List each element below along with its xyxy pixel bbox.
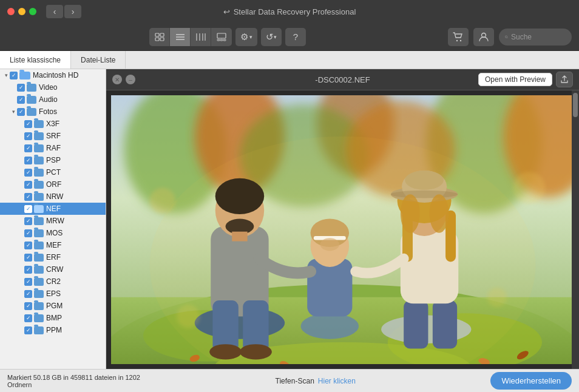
sidebar-item-cr2[interactable]: CR2	[0, 275, 106, 288]
sidebar-item-fotos[interactable]: ▾ Fotos	[0, 106, 106, 118]
checkbox-bmp[interactable]	[24, 314, 32, 322]
sidebar-item-mef[interactable]: MEF	[0, 239, 106, 251]
sidebar-item-pgm[interactable]: PGM	[0, 300, 106, 312]
minimize-button[interactable]	[18, 8, 25, 15]
checkbox-video[interactable]	[17, 84, 25, 92]
checkbox-mef[interactable]	[24, 242, 32, 249]
checkbox-psp[interactable]	[24, 157, 32, 164]
checkbox-macintosh-hd[interactable]	[10, 72, 18, 79]
sidebar-item-mrw[interactable]: MRW	[0, 215, 106, 227]
checkbox-orf[interactable]	[24, 181, 32, 189]
checkbox-srf[interactable]	[24, 132, 32, 140]
toolbar-center: ⚙ ▾ ↺ ▾ ?	[149, 28, 306, 46]
preview-close-button[interactable]: ✕	[112, 75, 122, 84]
checkbox-ppm[interactable]	[24, 326, 32, 334]
view-columns-button[interactable]	[191, 28, 211, 46]
status-text-line2: Ordnern	[7, 381, 140, 388]
search-box[interactable]	[499, 29, 572, 46]
view-grid-button[interactable]	[149, 28, 170, 46]
svg-line-19	[507, 38, 508, 38]
restore-history-button[interactable]: ↺ ▾	[261, 28, 282, 46]
sidebar-item-mos[interactable]: MOS	[0, 227, 106, 239]
svg-rect-11	[217, 33, 226, 38]
sidebar-item-srf[interactable]: SRF	[0, 130, 106, 142]
checkbox-erf[interactable]	[24, 254, 32, 262]
gear-icon: ⚙	[240, 32, 248, 42]
checkbox-cr2[interactable]	[24, 278, 32, 286]
folder-icon	[34, 193, 44, 201]
sidebar-item-pct[interactable]: PCT	[0, 166, 106, 178]
sidebar-item-bmp[interactable]: BMP	[0, 312, 106, 324]
folder-icon	[34, 326, 44, 334]
tab-file-list[interactable]: Datei-Liste	[71, 51, 126, 69]
tab-classic[interactable]: Liste klassische	[0, 51, 71, 69]
sidebar: ▾ Macintosh HD Video Audio ▾ Fotos	[0, 69, 106, 369]
checkbox-pct[interactable]	[24, 169, 32, 177]
checkbox-mrw[interactable]	[24, 217, 32, 225]
checkbox-pgm[interactable]	[24, 302, 32, 310]
close-button[interactable]	[7, 8, 15, 15]
search-icon	[505, 33, 508, 41]
folder-icon	[34, 278, 44, 286]
recover-button[interactable]: Wiederherstellen	[490, 372, 572, 390]
checkbox-nrw[interactable]	[24, 193, 32, 201]
scrollbar-thumb[interactable]	[573, 93, 578, 117]
preview-minimize-button[interactable]: –	[126, 75, 135, 84]
view-gallery-button[interactable]	[211, 28, 232, 46]
folder-icon	[27, 96, 36, 104]
help-icon: ?	[293, 32, 298, 42]
help-button[interactable]: ?	[285, 28, 306, 46]
search-input[interactable]	[511, 33, 566, 41]
sidebar-item-raf[interactable]: RAF	[0, 142, 106, 154]
sidebar-item-eps[interactable]: EPS	[0, 288, 106, 300]
back-button[interactable]: ‹	[46, 5, 63, 18]
checkbox-mos[interactable]	[24, 229, 32, 237]
checkbox-eps[interactable]	[24, 290, 32, 298]
cart-button[interactable]	[448, 28, 469, 46]
checkbox-crw[interactable]	[24, 266, 32, 274]
sidebar-item-nrw[interactable]: NRW	[0, 191, 106, 203]
preview-scrollbar[interactable]	[572, 90, 579, 369]
sidebar-item-nef[interactable]: NEF	[0, 203, 106, 215]
sidebar-item-ppm[interactable]: PPM	[0, 324, 106, 336]
sidebar-item-erf[interactable]: ERF	[0, 251, 106, 263]
svg-point-70	[513, 172, 545, 204]
sidebar-item-macintosh-hd[interactable]: ▾ Macintosh HD	[0, 69, 106, 81]
svg-rect-2	[155, 38, 159, 41]
open-with-preview-button[interactable]: Open with Preview	[478, 73, 552, 86]
folder-icon	[34, 144, 44, 152]
forward-button[interactable]: ›	[64, 5, 81, 18]
folder-icon	[27, 108, 36, 116]
checkbox-audio[interactable]	[17, 96, 25, 104]
settings-button[interactable]: ⚙ ▾	[235, 28, 257, 46]
sidebar-item-x3f[interactable]: X3F	[0, 118, 106, 130]
preview-image	[111, 95, 574, 364]
share-button[interactable]	[556, 72, 573, 87]
sidebar-item-audio[interactable]: Audio	[0, 93, 106, 106]
share-icon	[560, 75, 569, 84]
svg-rect-12	[217, 39, 220, 41]
preview-actions: Open with Preview	[478, 72, 573, 87]
checkbox-raf[interactable]	[24, 144, 32, 152]
folder-icon	[34, 157, 44, 164]
checkbox-x3f[interactable]	[24, 120, 32, 128]
svg-rect-0	[155, 33, 159, 36]
folder-icon	[34, 290, 44, 298]
folder-icon	[34, 254, 44, 262]
checkbox-nef[interactable]	[24, 205, 32, 213]
svg-rect-13	[220, 39, 223, 41]
sidebar-item-video[interactable]: Video	[0, 81, 106, 93]
view-list-button[interactable]	[170, 28, 191, 46]
sidebar-item-orf[interactable]: ORF	[0, 178, 106, 191]
folder-icon	[19, 72, 30, 79]
main-area: ▾ Macintosh HD Video Audio ▾ Fotos	[0, 69, 579, 369]
account-button[interactable]	[473, 28, 494, 46]
sidebar-item-psp[interactable]: PSP	[0, 154, 106, 166]
status-info: Markiert 50.18 GB in 459811 dateien in 1…	[7, 374, 140, 388]
scan-link[interactable]: Hier klicken	[318, 377, 356, 385]
svg-point-16	[460, 39, 461, 41]
svg-rect-14	[223, 39, 226, 41]
checkbox-fotos[interactable]	[17, 108, 25, 116]
sidebar-item-crw[interactable]: CRW	[0, 263, 106, 275]
maximize-button[interactable]	[29, 8, 36, 15]
